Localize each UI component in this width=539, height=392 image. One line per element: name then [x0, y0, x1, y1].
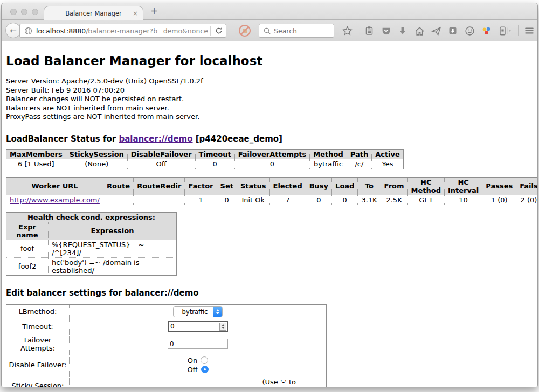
col-elected: Elected	[270, 177, 306, 195]
loadbalancer-status-heading: LoadBalancer Status for balancer://demo …	[6, 134, 533, 144]
cell-set: 0	[217, 195, 237, 205]
reading-list-icon[interactable]	[363, 25, 375, 37]
balancer-header-row: MaxMembers StickySession DisableFailover…	[6, 149, 404, 159]
url-path: /balancer-manager?b=demo&nonce=decc37be-…	[86, 27, 209, 35]
server-info: Server Version: Apache/2.5.0-dev (Unix) …	[6, 77, 533, 122]
new-tab-button[interactable]: +	[150, 5, 158, 16]
cell-factor: 1	[185, 195, 217, 205]
pocket-icon[interactable]	[380, 25, 392, 37]
cell-timeout: 0	[195, 159, 234, 169]
cell-active: Yes	[372, 159, 404, 169]
health-header-row: Expr name Expression	[6, 222, 177, 240]
col-failoverattempts: FailoverAttempts	[234, 149, 310, 159]
toolbar-divider	[358, 25, 358, 36]
window-minimize-button[interactable]	[21, 9, 27, 15]
lbmethod-select[interactable]: bytraffic	[173, 306, 223, 317]
server-version: Server Version: Apache/2.5.0-dev (Unix) …	[6, 77, 533, 86]
search-icon	[264, 27, 271, 34]
downloads-icon[interactable]	[397, 25, 409, 37]
failover-attempts-input[interactable]	[168, 339, 228, 349]
col-hc-method: HC Method	[407, 177, 444, 195]
cell-load: 0	[332, 195, 358, 205]
containers-icon[interactable]	[480, 25, 492, 37]
cell-disablefailover: Off	[127, 159, 195, 169]
tab-balancer-manager[interactable]: Balancer Manager ×	[44, 6, 143, 20]
cell-expr-name: foof2	[6, 257, 49, 275]
cell-hc-method: GET	[407, 195, 444, 205]
browser-window: Balancer Manager × + ← localhost:8880 /b…	[1, 3, 538, 387]
disable-failover-on-radio[interactable]	[201, 356, 208, 364]
health-table-title: Health check cond. expressions:	[6, 212, 177, 222]
urlbar-divider	[210, 26, 211, 36]
col-stickysession: StickySession	[66, 149, 127, 159]
server-built: Server Built: Feb 9 2016 07:00:20	[6, 86, 533, 95]
back-button[interactable]: ←	[5, 23, 21, 38]
home-icon[interactable]	[413, 25, 425, 37]
cell-routeredir	[134, 195, 185, 205]
sidebar-notes-icon[interactable]	[497, 25, 513, 37]
col-worker-url: Worker URL	[6, 177, 103, 195]
proxypass-note: ProxyPass settings are NOT inherited fro…	[6, 113, 533, 122]
cell-maxmembers: 6 [1 Used]	[6, 159, 66, 169]
tab-close-icon[interactable]: ×	[133, 10, 138, 17]
col-expression: Expression	[49, 222, 177, 240]
sticky-session-row: Sticky Session: (Use '-' to delete)	[6, 376, 327, 387]
worker-header-row: Worker URL Route RouteRedir Factor Set S…	[6, 177, 538, 195]
status-heading-suffix: [p4420eeae_demo]	[193, 134, 282, 144]
toolbar-icons	[341, 20, 538, 41]
cell-hc-interval: 10	[444, 195, 482, 205]
radio-on-label: On	[188, 356, 197, 365]
cell-to: 3.1K	[358, 195, 381, 205]
window-zoom-button[interactable]	[32, 9, 38, 15]
col-path: Path	[347, 149, 371, 159]
url-bar[interactable]: localhost:8880 /balancer-manager?b=demo&…	[19, 24, 226, 38]
cell-expression: %{REQUEST_STATUS} =~ /^[234]/	[49, 240, 177, 257]
search-input[interactable]	[274, 27, 325, 35]
cell-failoverattempts: 0	[234, 159, 310, 169]
col-timeout: Timeout	[195, 149, 234, 159]
tab-strip: Balancer Manager × +	[2, 3, 537, 20]
col-maxmembers: MaxMembers	[6, 149, 66, 159]
send-tab-icon[interactable]	[430, 25, 442, 37]
cell-from: 2.5K	[381, 195, 407, 205]
number-spinner-icon[interactable]	[219, 323, 226, 331]
save-to-device-icon[interactable]	[447, 25, 459, 37]
cell-elected: 7	[270, 195, 306, 205]
blocked-plugin-icon[interactable]	[239, 25, 251, 37]
health-row-foof2: foof2 hc('body') =~ /domain is establish…	[6, 257, 177, 275]
failover-attempts-label: Failover Attempts:	[6, 334, 70, 354]
toolbar-divider	[518, 25, 519, 36]
col-hc-interval: HC Interval	[444, 177, 482, 195]
window-close-button[interactable]	[10, 9, 17, 15]
feedback-smiley-icon[interactable]	[464, 25, 475, 37]
cell-expr-name: foof	[6, 240, 49, 257]
reload-icon[interactable]	[212, 27, 226, 34]
col-set: Set	[217, 177, 237, 195]
sticky-session-note: (Use '-' to delete)	[262, 378, 324, 387]
status-heading-prefix: LoadBalancer Status for	[6, 134, 119, 144]
disable-failover-label: Disable Failover:	[6, 354, 70, 376]
cell-status: Init Ok	[237, 195, 270, 205]
cell-fails: 2 (0)	[516, 195, 537, 205]
worker-url-link[interactable]: http://www.example.com/	[10, 196, 100, 204]
timeout-label: Timeout:	[6, 319, 70, 334]
globe-icon	[24, 27, 32, 35]
col-factor: Factor	[185, 177, 217, 195]
lbmethod-selected-value: bytraffic	[174, 308, 213, 316]
cell-path: /c/	[347, 159, 371, 169]
balancer-demo-link[interactable]: balancer://demo	[119, 134, 192, 144]
bookmark-star-icon[interactable]	[341, 25, 353, 37]
sticky-session-input[interactable]	[73, 381, 262, 387]
menu-icon[interactable]	[523, 25, 535, 37]
disable-failover-off-radio[interactable]	[201, 366, 209, 373]
col-active: Active	[372, 149, 404, 159]
col-routeredir: RouteRedir	[134, 177, 185, 195]
search-bar[interactable]	[259, 24, 334, 38]
cell-method: bytraffic	[310, 159, 347, 169]
url-host: localhost:8880	[36, 27, 86, 35]
edit-settings-heading: Edit balancer settings for balancer://de…	[6, 288, 533, 298]
disable-failover-row: Disable Failover: On Off	[6, 354, 327, 376]
col-from: From	[381, 177, 407, 195]
cell-busy: 0	[306, 195, 331, 205]
col-passes: Passes	[482, 177, 516, 195]
